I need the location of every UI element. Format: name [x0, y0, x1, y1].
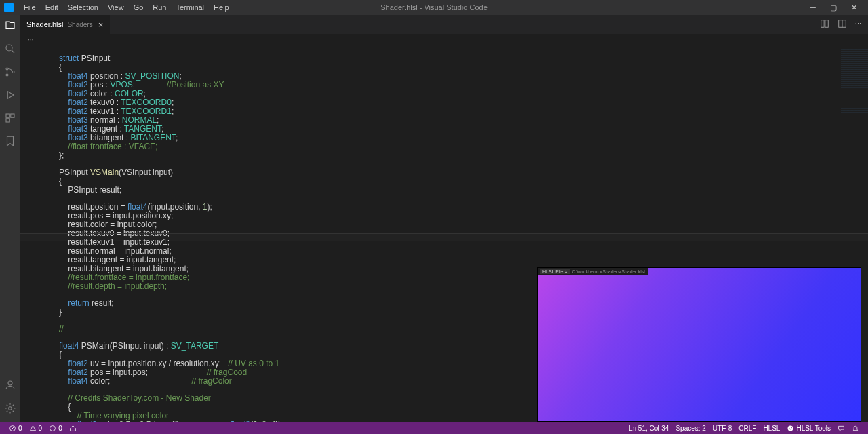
explorer-icon[interactable] — [3, 19, 17, 33]
bookmark-icon[interactable] — [3, 134, 17, 148]
editor-actions: ··· — [820, 19, 868, 30]
tab-folder: Shaders — [67, 21, 92, 28]
menu-terminal[interactable]: Terminal — [172, 1, 210, 14]
svg-point-2 — [6, 74, 8, 76]
extensions-icon[interactable] — [3, 111, 17, 125]
tab-close-icon[interactable]: × — [98, 20, 104, 30]
tab-shader-hlsl[interactable]: Shader.hlsl Shaders × — [20, 15, 111, 34]
svg-rect-4 — [6, 114, 9, 117]
run-debug-icon[interactable] — [3, 88, 17, 102]
breadcrumb[interactable]: ··· — [20, 34, 868, 45]
status-hlsl-tools[interactable]: HLSL Tools — [783, 425, 834, 432]
window-title: Shader.hlsl - Visual Studio Code — [380, 3, 488, 12]
minimap[interactable] — [841, 45, 868, 113]
menu-help[interactable]: Help — [209, 1, 234, 14]
activity-bar — [0, 15, 20, 422]
split-icon[interactable] — [837, 19, 847, 30]
svg-rect-6 — [6, 119, 9, 122]
svg-rect-5 — [10, 114, 14, 117]
svg-point-13 — [50, 425, 56, 431]
status-eol[interactable]: CRLF — [735, 425, 760, 432]
account-icon[interactable] — [3, 378, 17, 392]
menu-edit[interactable]: Edit — [41, 1, 63, 14]
status-home-icon[interactable] — [66, 425, 80, 432]
more-icon[interactable]: ··· — [855, 19, 861, 30]
vscode-icon — [4, 3, 14, 12]
svg-point-0 — [6, 45, 12, 51]
menu-bar: File Edit Selection View Go Run Terminal… — [19, 1, 234, 14]
titlebar: File Edit Selection View Go Run Terminal… — [0, 0, 868, 15]
menu-selection[interactable]: Selection — [63, 1, 103, 14]
status-bar: 0 0 0 Ln 51, Col 34 Spaces: 2 UTF-8 CRLF… — [0, 422, 868, 434]
search-icon[interactable] — [3, 42, 17, 56]
svg-point-8 — [8, 407, 12, 410]
editor-tabs: Shader.hlsl Shaders × ··· — [20, 15, 868, 34]
status-ports[interactable]: 0 — [45, 425, 66, 432]
status-errors[interactable]: 0 — [5, 425, 26, 432]
menu-run[interactable]: Run — [148, 1, 171, 14]
svg-point-7 — [8, 381, 12, 385]
svg-rect-10 — [825, 20, 828, 28]
menu-file[interactable]: File — [19, 1, 41, 14]
svg-point-1 — [6, 68, 8, 70]
source-control-icon[interactable] — [3, 65, 17, 79]
menu-view[interactable]: View — [103, 1, 129, 14]
preview-path: C:\workbench\Shaders\Shader.hlsl — [572, 269, 645, 274]
status-warnings[interactable]: 0 — [26, 425, 46, 432]
status-bell-icon[interactable] — [848, 425, 863, 432]
tab-label: Shader.hlsl — [26, 20, 63, 28]
minimize-button[interactable]: ─ — [803, 0, 823, 15]
settings-icon[interactable] — [3, 401, 17, 415]
status-feedback-icon[interactable] — [834, 425, 848, 432]
menu-go[interactable]: Go — [129, 1, 149, 14]
compare-icon[interactable] — [820, 19, 829, 30]
window-controls: ─ ▢ ✕ — [803, 0, 864, 15]
svg-point-14 — [788, 425, 793, 431]
status-language[interactable]: HLSL — [760, 425, 783, 432]
svg-rect-9 — [821, 20, 824, 28]
shader-preview-panel[interactable]: HLSL File × C:\workbench\Shaders\Shader.… — [537, 267, 861, 422]
status-spaces[interactable]: Spaces: 2 — [672, 425, 709, 432]
close-button[interactable]: ✕ — [844, 0, 864, 15]
preview-tab[interactable]: HLSL File × — [540, 269, 570, 274]
status-cursor-pos[interactable]: Ln 51, Col 34 — [625, 425, 673, 432]
status-encoding[interactable]: UTF-8 — [709, 425, 735, 432]
preview-header: HLSL File × C:\workbench\Shaders\Shader.… — [538, 268, 648, 275]
code-text: struct — [59, 54, 79, 63]
maximize-button[interactable]: ▢ — [823, 0, 844, 15]
